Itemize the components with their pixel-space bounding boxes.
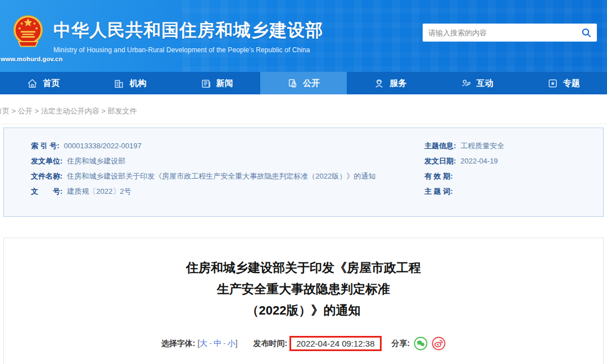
doc-info-row-keywords: 主 题 词: xyxy=(424,184,603,199)
news-icon xyxy=(201,78,211,89)
font-size-selector: [大-中-小] xyxy=(197,339,237,349)
search-icon[interactable] xyxy=(581,28,591,38)
disclosure-icon xyxy=(287,78,298,89)
site-header: www.mohurd.gov.cn 中华人民共和国住房和城乡建设部 Minist… xyxy=(0,0,607,72)
font-size-medium[interactable]: 中 xyxy=(214,339,221,348)
publish-time-label: 发布时间: xyxy=(253,339,288,349)
national-emblem-icon xyxy=(12,14,44,51)
doc-info-row-document-number: 文 号: 建质规〔2022〕2号 xyxy=(31,184,424,199)
doc-info-row-topic-info: 主题信息: 工程质量安全 xyxy=(424,138,603,153)
nav-item-organization[interactable]: 机构 xyxy=(87,72,173,94)
search-box xyxy=(423,24,597,42)
nav-item-news[interactable]: 新闻 xyxy=(174,72,260,94)
nav-item-topics[interactable]: 专题 xyxy=(520,72,607,94)
share-label: 分享: xyxy=(392,339,410,349)
nav-item-disclosure[interactable]: 公开 xyxy=(260,72,347,94)
article-panel: 住房和城乡建设部关于印发《房屋市政工程 生产安全重大事故隐患判定标准 （2022… xyxy=(3,238,604,364)
doc-info-row-issue-date: 发文日期: 2022-04-19 xyxy=(424,153,603,169)
breadcrumb[interactable]: 首页 > 公开 > 法定主动公开内容 > 部发文件 xyxy=(0,106,607,116)
nav-item-home[interactable]: 首页 xyxy=(0,72,87,94)
font-size-large[interactable]: 大 xyxy=(200,339,207,348)
nav-item-interaction[interactable]: 互动 xyxy=(433,72,520,94)
breadcrumb-bar: 首页 > 公开 > 法定主动公开内容 > 部发文件 xyxy=(0,94,607,124)
font-size-small[interactable]: 小 xyxy=(228,339,235,348)
service-icon xyxy=(374,78,384,89)
doc-info-left-column: 索 引 号: 000013338/2022-00197 发文单位: 住房和城乡建… xyxy=(4,138,424,216)
publish-timestamp-annotated: 2022-04-24 09:12:38 xyxy=(289,336,381,351)
main-nav: 首页 机构 新闻 公开 服务 互动 xyxy=(0,72,607,94)
share-group: 分享: xyxy=(392,336,446,351)
doc-info-row-issuing-unit: 发文单位: 住房和城乡建设部 xyxy=(31,153,424,169)
site-title: 中华人民共和国住房和城乡建设部 xyxy=(53,19,323,42)
site-url: www.mohurd.gov.cn xyxy=(1,56,62,62)
article-title: 住房和城乡建设部关于印发《房屋市政工程 生产安全重大事故隐患判定标准 （2022… xyxy=(4,257,603,321)
document-info-panel: 索 引 号: 000013338/2022-00197 发文单位: 住房和城乡建… xyxy=(3,128,604,217)
article-meta-bar: 选择字体: [大-中-小] 发布时间: 2022-04-24 09:12:38 … xyxy=(4,336,603,351)
search-input[interactable] xyxy=(428,29,581,37)
organization-icon xyxy=(114,78,124,89)
doc-info-right-column: 主题信息: 工程质量安全 发文日期: 2022-04-19 有 效 期: 主 题… xyxy=(424,138,603,216)
wechat-share-icon[interactable] xyxy=(414,336,428,351)
font-select-label: 选择字体: xyxy=(161,339,196,349)
home-icon xyxy=(27,78,38,89)
interaction-icon xyxy=(461,78,472,89)
site-title-english: Ministry of Housing and Urban-Rural Deve… xyxy=(53,46,323,54)
doc-info-row-index-number: 索 引 号: 000013338/2022-00197 xyxy=(31,138,424,153)
weibo-share-icon[interactable] xyxy=(432,336,446,351)
topics-icon xyxy=(547,78,558,89)
publish-time-group: 发布时间: 2022-04-24 09:12:38 xyxy=(253,336,382,351)
doc-info-row-validity: 有 效 期: xyxy=(424,169,603,184)
doc-info-row-document-name: 文件名称: 住房和城乡建设部关于印发《房屋市政工程生产安全重大事故隐患判定标准（… xyxy=(31,169,424,184)
nav-item-service[interactable]: 服务 xyxy=(347,72,433,94)
